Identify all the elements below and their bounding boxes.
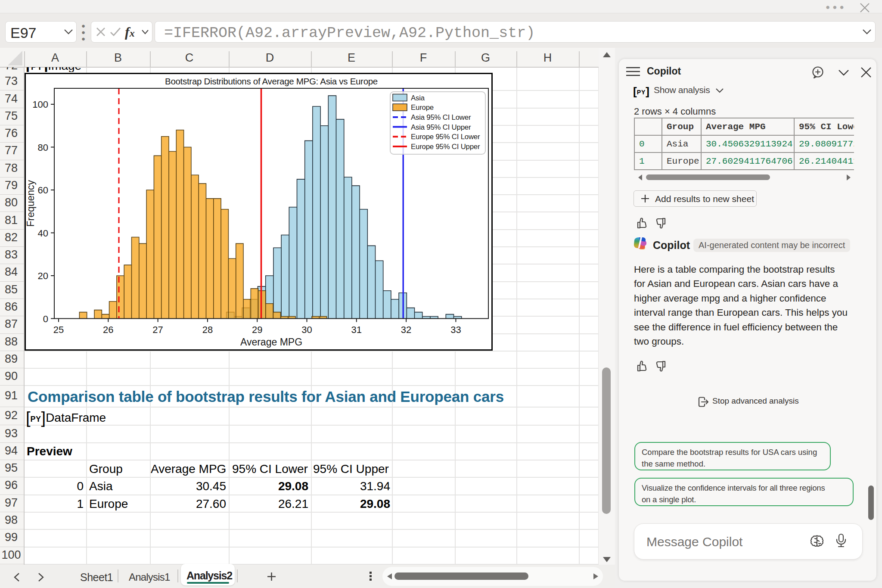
svg-text:Europe 95% CI Upper: Europe 95% CI Upper bbox=[411, 143, 480, 151]
svg-text:32: 32 bbox=[401, 324, 411, 335]
svg-text:Frequency: Frequency bbox=[25, 180, 36, 227]
svg-text:Average MPG: Average MPG bbox=[240, 336, 302, 348]
svg-text:Bootstrap Distributions of Ave: Bootstrap Distributions of Average MPG: … bbox=[165, 76, 378, 86]
svg-text:27: 27 bbox=[152, 324, 163, 335]
svg-text:Asia: Asia bbox=[411, 94, 425, 102]
svg-text:40: 40 bbox=[38, 228, 48, 239]
svg-text:31: 31 bbox=[351, 324, 362, 335]
svg-text:Europe: Europe bbox=[411, 103, 434, 112]
svg-text:60: 60 bbox=[38, 185, 48, 196]
svg-text:80: 80 bbox=[38, 142, 48, 153]
svg-text:33: 33 bbox=[450, 324, 461, 335]
svg-text:Asia 95% CI Upper: Asia 95% CI Upper bbox=[411, 123, 471, 131]
svg-text:30: 30 bbox=[301, 324, 312, 335]
svg-text:20: 20 bbox=[38, 271, 48, 281]
svg-text:25: 25 bbox=[53, 324, 64, 335]
svg-text:0: 0 bbox=[43, 314, 48, 324]
svg-text:Europe 95% CI Lower: Europe 95% CI Lower bbox=[411, 133, 480, 141]
svg-text:28: 28 bbox=[202, 324, 213, 335]
svg-text:Asia 95% CI Lower: Asia 95% CI Lower bbox=[411, 113, 471, 121]
svg-text:100: 100 bbox=[32, 99, 48, 110]
svg-text:29: 29 bbox=[252, 324, 262, 335]
svg-text:26: 26 bbox=[103, 324, 113, 335]
